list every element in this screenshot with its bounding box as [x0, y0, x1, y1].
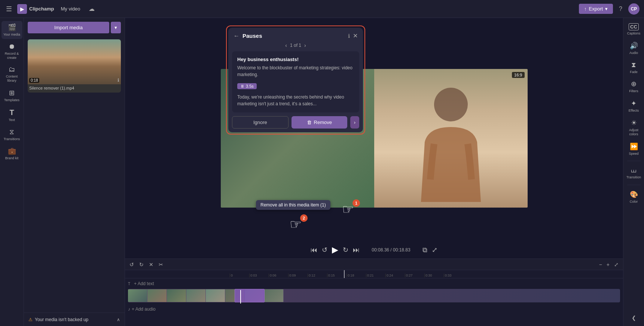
zoom-out-button[interactable]: − — [598, 261, 604, 268]
effects-icon: ✦ — [631, 99, 637, 108]
your-media-icon: 🎬 — [8, 23, 16, 31]
video-track-content[interactable] — [128, 290, 620, 301]
app-logo: ▶ Clipchamp — [17, 4, 54, 14]
sidebar-item-brand-kit[interactable]: 💼 Brand kit — [1, 145, 22, 163]
add-text-button[interactable]: + Add text — [134, 281, 154, 286]
avatar[interactable]: CP — [628, 3, 640, 15]
fullscreen-button[interactable]: ⤢ — [432, 246, 437, 254]
thumbnail-info-icon[interactable]: ℹ — [117, 78, 119, 83]
video-track-highlight[interactable] — [235, 289, 265, 302]
left-sidebar: 🎬 Your media ⏺ Record & create 🗂 Content… — [0, 18, 24, 326]
dialog-transcript-text: Welcome to the blockbuster of marketing … — [237, 64, 354, 78]
video-right-half — [374, 69, 528, 208]
adjust-colors-icon: ☀ — [631, 119, 637, 127]
right-panel-divider — [627, 161, 641, 161]
skip-to-end-button[interactable]: ⏭ — [353, 246, 360, 254]
add-audio-button[interactable]: ♪ + Add audio — [128, 307, 156, 312]
sidebar-item-record-create[interactable]: ⏺ Record & create — [1, 40, 22, 62]
right-panel-item-adjust-colors[interactable]: ☀ Adjust colors — [625, 117, 643, 139]
right-panel-item-color[interactable]: 🎨 Color — [625, 188, 643, 206]
person-svg — [413, 75, 488, 202]
track-thumb-2 — [147, 289, 167, 302]
dialog-close-button[interactable]: ✕ — [353, 32, 358, 39]
playhead-ruler — [344, 270, 345, 278]
dialog-remove-arrow-button[interactable]: › — [350, 116, 359, 129]
text-icon: T — [9, 108, 14, 117]
sidebar-item-label: Content library — [3, 75, 21, 83]
add-text-row: T + Add text — [125, 278, 623, 289]
dialog-info-icon[interactable]: ℹ — [348, 33, 350, 39]
pip-button[interactable]: ⧉ — [422, 246, 427, 254]
zoom-in-button[interactable]: + — [605, 261, 611, 268]
menu-button[interactable]: ☰ — [4, 3, 13, 15]
ruler-marks: 0 0:03 0:06 0:09 0:12 0:15 0:18 0:21 0:2… — [230, 274, 463, 277]
dialog-next-button[interactable]: › — [304, 42, 306, 48]
dialog-back-button[interactable]: ← — [234, 33, 239, 39]
export-label: Export — [589, 6, 603, 12]
right-panel-item-captions[interactable]: CC Captions — [625, 21, 643, 38]
aspect-ratio-badge: 16:9 — [512, 72, 524, 78]
import-media-button[interactable]: Import media — [28, 22, 109, 33]
rewind-5s-button[interactable]: ↺ — [322, 246, 327, 254]
help-button[interactable]: ? — [617, 4, 624, 14]
skip-to-start-button[interactable]: ⏮ — [311, 246, 317, 254]
dialog-ignore-button[interactable]: Ignore — [232, 116, 289, 129]
right-panel-item-audio[interactable]: 🔊 Audio — [625, 39, 643, 57]
ruler-mark: 0:21 — [366, 274, 385, 277]
status-bar: ⚠ Your media isn't backed up ∧ — [24, 313, 125, 326]
warning-icon: ⚠ — [28, 317, 33, 322]
transition-icon: ⧢ — [631, 166, 637, 174]
main-area: 🎬 Your media ⏺ Record & create 🗂 Content… — [0, 18, 644, 326]
time-display: 00:08.36 / 00:18.83 — [372, 247, 410, 253]
play-button[interactable]: ▶ — [332, 245, 338, 255]
video-title[interactable]: My video — [58, 6, 83, 12]
svg-point-0 — [434, 88, 468, 121]
export-button[interactable]: ↑ Export ▾ — [579, 4, 613, 14]
ruler-mark: 0:18 — [347, 274, 366, 277]
sidebar-item-text[interactable]: T Text — [1, 106, 22, 124]
timeline-ruler: 0 0:03 0:06 0:09 0:12 0:15 0:18 0:21 0:2… — [125, 270, 623, 278]
sidebar-item-content-library[interactable]: 🗂 Content library — [1, 63, 22, 85]
cloud-button[interactable]: ☁ — [87, 4, 96, 14]
sidebar-item-transitions[interactable]: ⧖ Transitions — [1, 126, 22, 144]
dialog-prev-button[interactable]: ‹ — [285, 42, 287, 48]
sidebar-item-label: Your media — [3, 33, 20, 37]
import-btn-row: Import media ▾ — [24, 18, 125, 37]
video-preview: 16:9 ⏮ ↺ ▶ ↻ ⏭ 00:08.36 / 00:18.83 ⧉ ⤢ — [125, 18, 623, 259]
import-media-dropdown[interactable]: ▾ — [111, 22, 121, 33]
app-name: Clipchamp — [29, 6, 54, 12]
fade-icon: ⧗ — [631, 61, 636, 69]
cut-button[interactable]: ✂ — [157, 261, 165, 268]
thumbnail-name: Silence remover (1).mp4 — [28, 84, 121, 93]
fit-timeline-button[interactable]: ⤢ — [613, 261, 620, 268]
status-expand-button[interactable]: ∧ — [117, 317, 120, 322]
right-panel-item-filters[interactable]: ⊕ Filters — [625, 78, 643, 96]
video-track-strip[interactable] — [128, 289, 620, 302]
warning-text: Your media isn't backed up — [35, 317, 88, 322]
templates-icon: ⊞ — [9, 89, 15, 97]
ruler-mark: 0:12 — [308, 274, 327, 277]
ruler-mark: 0 — [230, 274, 249, 277]
sidebar-item-templates[interactable]: ⊞ Templates — [1, 87, 22, 105]
right-panel-collapse-button[interactable]: ❮ — [629, 313, 638, 323]
text-track-icon: T — [128, 282, 132, 286]
forward-5s-button[interactable]: ↻ — [343, 246, 348, 254]
right-panel-item-transition[interactable]: ⧢ Transition — [625, 164, 643, 182]
undo-button[interactable]: ↺ — [128, 261, 135, 268]
redo-button[interactable]: ↻ — [138, 261, 145, 268]
sidebar-item-label: Text — [9, 118, 15, 122]
color-icon: 🎨 — [630, 190, 638, 199]
dialog-outline: ← Pauses ℹ ✕ ‹ 1 of 1 › Hey business ent… — [226, 25, 365, 135]
sidebar-item-your-media[interactable]: 🎬 Your media — [1, 21, 22, 39]
right-panel: CC Captions 🔊 Audio ⧗ Fade ⊕ Filters ✦ E… — [623, 18, 644, 326]
right-panel-item-fade[interactable]: ⧗ Fade — [625, 59, 643, 76]
media-thumbnail[interactable]: 0:18 ℹ Silence remover (1).mp4 — [28, 39, 121, 93]
record-create-icon: ⏺ — [9, 43, 15, 51]
delete-button[interactable]: ✕ — [147, 261, 155, 268]
sidebar-item-label: Record & create — [3, 52, 21, 60]
right-panel-item-effects[interactable]: ✦ Effects — [625, 97, 643, 115]
topbar-right: ↑ Export ▾ ? CP — [579, 3, 640, 15]
dialog-remove-button[interactable]: 🗑 Remove — [292, 116, 347, 129]
logo-icon: ▶ — [17, 4, 27, 14]
right-panel-item-speed[interactable]: ⏩ Speed — [625, 140, 643, 158]
